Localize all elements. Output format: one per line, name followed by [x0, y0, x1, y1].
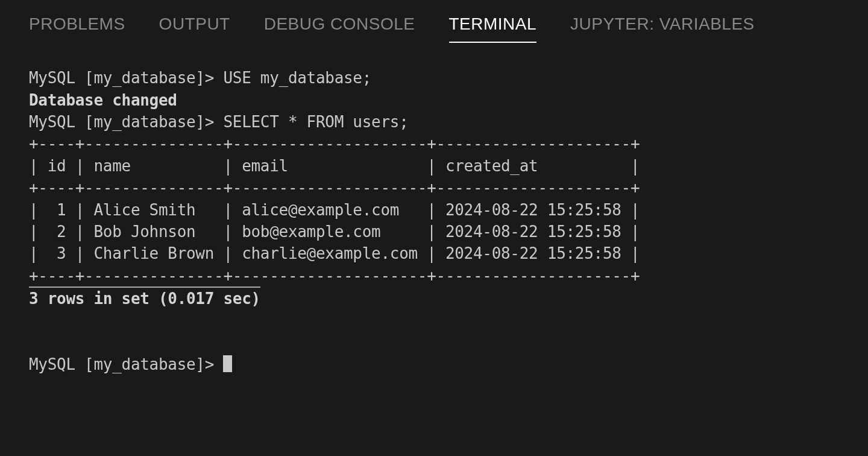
tab-debug-console[interactable]: DEBUG CONSOLE — [264, 12, 415, 43]
table-row: | 2 | Bob Johnson | bob@example.com | 20… — [29, 223, 640, 241]
prompt-text: MySQL [my_database]> — [29, 355, 223, 373]
tab-problems[interactable]: PROBLEMS — [29, 12, 125, 43]
prompt-text: MySQL [my_database]> — [29, 113, 223, 131]
table-border-top: +----+---------------+------------------… — [29, 135, 640, 153]
table-header-row: | id | name | email | created_at | — [29, 157, 640, 175]
query-summary: 3 rows in set (0.017 sec) — [29, 287, 260, 309]
command-use-db: USE my_database; — [223, 69, 371, 87]
command-select: SELECT * FROM users; — [223, 113, 408, 131]
cursor-icon — [223, 355, 232, 372]
sql-prompt-cursor: MySQL [my_database]> — [29, 355, 232, 373]
tab-terminal[interactable]: TERMINAL — [449, 12, 537, 43]
table-row: | 3 | Charlie Brown | charlie@example.co… — [29, 244, 640, 262]
table-border-mid: +----+---------------+------------------… — [29, 179, 640, 197]
prompt-text: MySQL [my_database]> — [29, 69, 223, 87]
tab-output[interactable]: OUTPUT — [159, 12, 230, 43]
table-border-bottom: +----+---------------+------------------… — [29, 267, 640, 285]
tab-jupyter-variables[interactable]: JUPYTER: VARIABLES — [570, 12, 755, 43]
sql-prompt: MySQL [my_database]> SELECT * FROM users… — [29, 113, 409, 131]
db-changed-msg: Database changed — [29, 91, 177, 109]
terminal-output[interactable]: MySQL [my_database]> USE my_database; Da… — [0, 50, 868, 392]
sql-prompt: MySQL [my_database]> USE my_database; — [29, 69, 371, 87]
table-row: | 1 | Alice Smith | alice@example.com | … — [29, 201, 640, 219]
panel-tabs: PROBLEMS OUTPUT DEBUG CONSOLE TERMINAL J… — [0, 0, 868, 50]
